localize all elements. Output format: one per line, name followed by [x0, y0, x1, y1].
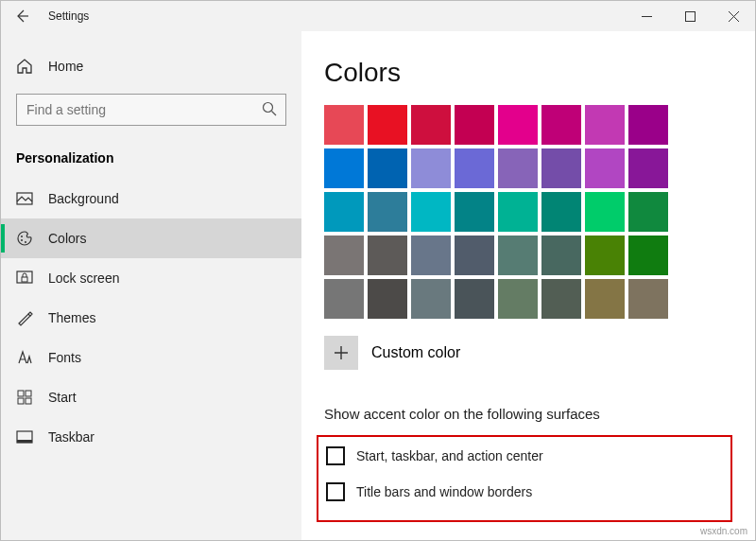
color-swatch[interactable] [455, 148, 494, 188]
color-swatch[interactable] [541, 279, 581, 319]
checkbox-icon [326, 446, 345, 465]
color-swatch[interactable] [585, 279, 625, 319]
color-swatch[interactable] [324, 148, 364, 188]
color-swatch[interactable] [498, 148, 538, 188]
sidebar-item-start[interactable]: Start [1, 377, 301, 417]
color-swatch[interactable] [324, 192, 364, 232]
sidebar-item-label: Taskbar [48, 429, 94, 445]
sidebar-item-fonts[interactable]: Fonts [1, 338, 301, 377]
page-heading: Colors [324, 58, 732, 88]
color-swatch[interactable] [368, 105, 407, 145]
color-swatch[interactable] [411, 279, 451, 319]
minimize-button[interactable] [625, 1, 668, 31]
sidebar-item-taskbar[interactable]: Taskbar [1, 417, 301, 457]
maximize-button[interactable] [668, 1, 712, 31]
color-swatch-grid [324, 105, 732, 319]
color-swatch[interactable] [628, 105, 668, 145]
svg-point-5 [25, 241, 26, 243]
color-swatch[interactable] [498, 105, 538, 145]
fonts-icon [16, 349, 33, 366]
color-swatch[interactable] [498, 236, 538, 275]
svg-rect-9 [26, 391, 31, 396]
watermark: wsxdn.com [700, 526, 747, 536]
maximize-icon [685, 11, 696, 22]
themes-icon [16, 309, 33, 326]
background-icon [16, 190, 33, 207]
start-icon [16, 389, 33, 406]
sidebar-item-label: Lock screen [48, 270, 119, 286]
sidebar-item-label: Background [48, 191, 119, 206]
color-swatch[interactable] [498, 192, 538, 232]
color-swatch[interactable] [585, 105, 625, 145]
checkbox-icon [326, 482, 345, 501]
color-swatch[interactable] [541, 236, 581, 275]
color-swatch[interactable] [411, 192, 451, 232]
color-swatch[interactable] [628, 236, 668, 275]
sidebar-item-label: Start [48, 390, 77, 405]
window-controls [625, 1, 755, 31]
checkbox-row-titlebars[interactable]: Title bars and window borders [326, 482, 723, 501]
sidebar-home[interactable]: Home [1, 50, 301, 82]
taskbar-icon [16, 428, 33, 445]
checkbox-row-start-taskbar[interactable]: Start, taskbar, and action center [326, 446, 723, 465]
color-swatch[interactable] [368, 192, 407, 232]
color-swatch[interactable] [585, 148, 625, 188]
custom-color-label: Custom color [371, 344, 460, 361]
svg-point-4 [21, 239, 23, 241]
color-swatch[interactable] [455, 236, 494, 275]
color-swatch[interactable] [585, 236, 625, 275]
svg-point-1 [264, 103, 273, 113]
color-swatch[interactable] [324, 105, 364, 145]
color-swatch[interactable] [498, 279, 538, 319]
titlebar-left: Settings [1, 1, 89, 31]
color-swatch[interactable] [455, 192, 494, 232]
color-swatch[interactable] [585, 192, 625, 232]
svg-rect-7 [22, 277, 27, 282]
color-swatch[interactable] [411, 105, 451, 145]
svg-rect-8 [18, 391, 24, 396]
titlebar: Settings [1, 1, 755, 31]
sidebar-item-label: Fonts [48, 350, 81, 365]
color-swatch[interactable] [411, 236, 451, 275]
sidebar-item-background[interactable]: Background [1, 179, 301, 218]
checkbox-label: Start, taskbar, and action center [356, 448, 543, 463]
color-swatch[interactable] [541, 148, 581, 188]
color-swatch[interactable] [324, 279, 364, 319]
color-swatch[interactable] [455, 279, 494, 319]
back-button[interactable] [1, 1, 43, 31]
accent-section-title: Show accent color on the following surfa… [324, 406, 732, 422]
sidebar-category: Personalization [1, 143, 301, 179]
highlight-box: Start, taskbar, and action center Title … [317, 435, 732, 522]
color-swatch[interactable] [368, 279, 407, 319]
color-swatch[interactable] [541, 105, 581, 145]
sidebar-item-label: Colors [48, 231, 86, 246]
sidebar-item-themes[interactable]: Themes [1, 298, 301, 338]
custom-color-row: Custom color [324, 336, 732, 370]
color-swatch[interactable] [628, 148, 668, 188]
svg-rect-0 [685, 11, 695, 21]
search-icon [262, 101, 277, 116]
custom-color-button[interactable] [324, 336, 358, 370]
color-swatch[interactable] [368, 148, 407, 188]
sidebar-item-lockscreen[interactable]: Lock screen [1, 258, 301, 298]
sidebar-home-label: Home [48, 59, 83, 74]
color-swatch[interactable] [455, 105, 494, 145]
color-swatch[interactable] [628, 279, 668, 319]
color-swatch[interactable] [628, 192, 668, 232]
home-icon [16, 58, 33, 75]
color-swatch[interactable] [541, 192, 581, 232]
back-arrow-icon [14, 9, 29, 24]
color-swatch[interactable] [411, 148, 451, 188]
search-input[interactable] [16, 94, 286, 126]
close-icon [729, 11, 739, 22]
sidebar-item-colors[interactable]: Colors [1, 218, 301, 258]
colors-icon [16, 230, 33, 247]
svg-point-3 [21, 236, 23, 237]
sidebar-item-label: Themes [48, 310, 96, 325]
close-button[interactable] [712, 1, 755, 31]
svg-rect-11 [26, 398, 31, 404]
lockscreen-icon [16, 270, 33, 287]
color-swatch[interactable] [368, 236, 407, 275]
color-swatch[interactable] [324, 236, 364, 275]
svg-rect-10 [18, 398, 24, 404]
